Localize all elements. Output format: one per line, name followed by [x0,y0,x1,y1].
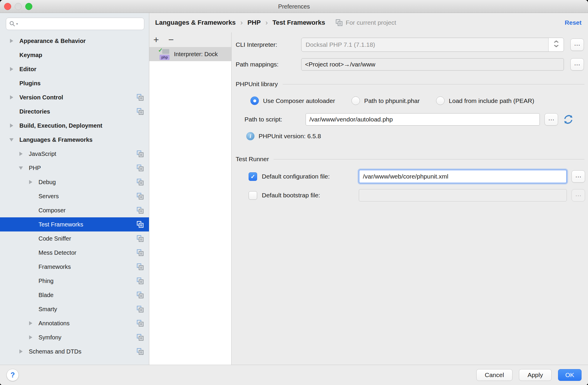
sidebar-item-label: Build, Execution, Deployment [19,122,102,129]
default-bootstrap-field [359,189,567,201]
help-button[interactable]: ? [6,369,19,381]
sidebar-item-servers[interactable]: Servers [0,189,149,203]
cli-interpreter-label: CLI Interpreter: [236,41,301,48]
search-box[interactable]: ▾ [6,18,144,30]
sidebar-item-label: Blade [38,292,53,299]
breadcrumb-languages-frameworks[interactable]: Languages & Frameworks [155,19,236,26]
apply-button[interactable]: Apply [519,369,552,381]
project-settings-icon [136,319,144,327]
sidebar-item-version-control[interactable]: Version Control [0,90,149,104]
sidebar-item-label: Servers [38,193,59,200]
sidebar-item-frameworks[interactable]: Frameworks [0,260,149,274]
path-mappings-browse-button[interactable]: … [570,58,584,71]
chevron-right-icon[interactable] [8,122,15,129]
project-settings-icon [136,178,144,186]
path-to-script-browse-button[interactable]: … [545,113,558,126]
path-mappings-field[interactable] [301,58,564,71]
sidebar-item-smarty[interactable]: Smarty [0,302,149,316]
sidebar-item-label: Symfony [38,334,61,341]
sidebar-item-build-execution-deployment[interactable]: Build, Execution, Deployment [0,119,149,133]
php-badge: php [160,55,170,60]
cli-interpreter-select[interactable]: Docksal PHP 7.1 (7.1.18) [301,38,564,52]
sidebar-item-blade[interactable]: Blade [0,288,149,302]
cancel-button[interactable]: Cancel [476,369,512,381]
chevron-down-icon[interactable] [18,165,24,171]
sidebar-item-label: Debug [38,179,56,186]
ok-button[interactable]: OK [558,369,582,381]
sidebar-item-phing[interactable]: Phing [0,274,149,288]
minimize-button[interactable] [15,3,22,10]
radio-unselected-icon[interactable] [436,96,445,105]
chevron-right-icon[interactable] [27,320,34,326]
project-settings-icon [136,277,144,285]
default-config-field[interactable] [359,170,567,183]
interpreter-list-item[interactable]: ✓ php Interpreter: Dock [149,47,231,61]
add-interpreter-button[interactable]: + [153,35,159,44]
search-input[interactable] [20,19,141,29]
arrow-spacer [27,278,34,284]
chevron-right-icon[interactable] [8,66,15,72]
radio-unselected-icon[interactable] [351,96,360,105]
sidebar-item-plugins[interactable]: Plugins [0,76,149,90]
chevron-right-icon[interactable] [27,334,34,341]
sidebar-item-symfony[interactable]: Symfony [0,330,149,344]
default-bootstrap-label: Default bootstrap file: [262,192,359,199]
sidebar-item-test-frameworks[interactable]: Test Frameworks [0,217,149,231]
sidebar-item-label: Directories [19,108,50,115]
phpunit-library-section-title: PHPUnit library [236,81,278,88]
chevron-right-icon[interactable] [8,38,15,44]
arrow-spacer [27,264,34,270]
sidebar-item-php[interactable]: PHP [0,161,149,175]
radio-option-phar[interactable]: Path to phpunit.phar [351,96,420,105]
sidebar-item-mess-detector[interactable]: Mess Detector [0,246,149,260]
search-options-caret[interactable]: ▾ [16,22,18,26]
path-to-script-label: Path to script: [244,116,306,123]
sidebar-item-label: Annotations [38,320,70,327]
valid-check-icon: ✓ [158,47,163,54]
chevron-right-icon[interactable] [27,179,34,185]
phpunit-version-note: PHPUnit version: 6.5.8 [259,133,321,140]
cli-interpreter-browse-button[interactable]: … [570,39,584,51]
chevron-down-icon[interactable] [8,136,15,143]
zoom-button[interactable] [25,3,32,10]
sidebar-item-appearance-behavior[interactable]: Appearance & Behavior [0,34,149,48]
sidebar-item-label: Frameworks [38,264,71,270]
current-project-icon [335,19,343,27]
breadcrumb-php[interactable]: PHP [247,19,261,26]
sidebar-item-label: JavaScript [29,151,56,157]
sidebar-item-keymap[interactable]: Keymap [0,48,149,62]
radio-option-pear[interactable]: Load from include path (PEAR) [436,96,534,105]
sidebar-item-languages-frameworks[interactable]: Languages & Frameworks [0,133,149,147]
arrow-spacer [27,292,34,298]
sidebar-item-editor[interactable]: Editor [0,62,149,76]
breadcrumb: Languages & Frameworks › PHP › Test Fram… [149,13,588,32]
refresh-icon[interactable] [562,114,574,125]
sidebar-item-label: Composer [38,207,66,214]
sidebar-item-javascript[interactable]: JavaScript [0,147,149,161]
sidebar-item-schemas-and-dtds[interactable]: Schemas and DTDs [0,344,149,359]
chevron-right-icon[interactable] [8,94,15,101]
select-stepper-icon[interactable] [548,38,564,51]
default-config-label: Default configuration file: [262,173,359,180]
sidebar-item-debug[interactable]: Debug [0,175,149,189]
sidebar-item-directories[interactable]: Directories [0,104,149,119]
remove-interpreter-button[interactable]: − [168,35,174,44]
sidebar-item-composer[interactable]: Composer [0,203,149,217]
project-settings-icon [136,234,144,243]
close-button[interactable] [4,3,11,10]
chevron-right-icon[interactable] [18,151,24,157]
sidebar-item-code-sniffer[interactable]: Code Sniffer [0,231,149,246]
arrow-spacer [8,52,15,58]
radio-selected-icon[interactable] [250,96,259,105]
default-config-browse-button[interactable]: … [572,170,585,183]
radio-option-composer[interactable]: Use Composer autoloader [250,96,335,105]
reset-link[interactable]: Reset [565,19,582,26]
path-to-script-field[interactable] [306,113,540,126]
default-config-checkbox[interactable]: ✓ [249,172,257,181]
chevron-right-icon[interactable] [18,348,24,355]
sidebar-item-annotations[interactable]: Annotations [0,316,149,330]
project-settings-icon [136,150,144,158]
default-bootstrap-checkbox[interactable] [249,191,257,200]
project-settings-icon [136,249,144,257]
title-bar: Preferences [0,0,588,13]
